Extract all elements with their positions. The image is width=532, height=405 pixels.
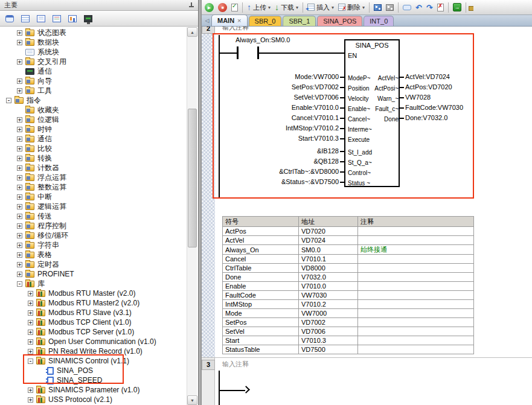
expand-toggle-icon[interactable] (28, 397, 33, 403)
tree-item[interactable]: Modbus RTU Master2 (v2.0) (0, 298, 186, 308)
symbol-table-row[interactable]: ActPos VD7020 (223, 227, 474, 236)
tree-item[interactable]: 表格 (0, 250, 186, 260)
ladder-canvas[interactable]: 2 输入注释 Always_On:SM0.0 SINA_POS EN ModeP… (202, 27, 532, 405)
expand-toggle-icon[interactable] (28, 387, 33, 393)
symbol-table-row[interactable]: Mode VW7000 (223, 309, 474, 318)
cursor-wire[interactable] (220, 390, 245, 391)
symbol-table-row[interactable]: FaultCode VW7030 (223, 291, 474, 300)
status-chart-view-button[interactable] (34, 13, 48, 25)
upload-dropdown-icon[interactable]: ▾ (268, 5, 271, 10)
expand-toggle-icon[interactable] (17, 146, 22, 151)
tree-item[interactable]: 指令 (0, 95, 186, 105)
expand-toggle-icon[interactable] (17, 88, 22, 94)
input-operand-row[interactable]: &Status~:&VD7500 (207, 177, 344, 187)
output-operand-row[interactable]: Done:V7032.0 (400, 113, 530, 123)
network2-number[interactable]: 2 (202, 27, 215, 34)
symbol-table-row[interactable]: IntMStop V7010.2 (223, 300, 474, 309)
expand-toggle-icon[interactable] (17, 262, 22, 267)
tab-close-icon[interactable]: × (237, 18, 241, 24)
tree-item[interactable]: 逻辑运算 (0, 202, 186, 211)
tree-item[interactable]: PN Read Write Record (v1.0) (0, 346, 186, 356)
tree-item[interactable]: USS Protocol (v2.1) (0, 395, 186, 404)
expand-toggle-icon[interactable] (17, 40, 22, 45)
expand-toggle-icon[interactable] (28, 301, 33, 306)
tab-sbr1[interactable]: SBR_1 (283, 16, 316, 26)
symbol-table-row[interactable]: SetVel VD7006 (223, 327, 474, 336)
tree-item[interactable]: 转换 (0, 153, 186, 163)
symbol-table-row[interactable]: StatusTable VD7500 (223, 345, 474, 354)
tab-main[interactable]: MAIN × (211, 14, 248, 26)
expand-toggle-icon[interactable] (28, 330, 33, 335)
redo-button[interactable]: ↷ (425, 2, 435, 13)
stop-button[interactable]: ■ (216, 2, 229, 13)
cross-reference-view-button[interactable] (66, 13, 79, 25)
expand-toggle-icon[interactable] (17, 233, 22, 238)
tree-item[interactable]: 数据块 (0, 37, 186, 47)
tree-item[interactable]: 传送 (0, 211, 186, 221)
upload-button[interactable]: ↑ 上传 ▾ (245, 2, 272, 13)
expand-toggle-icon[interactable] (28, 291, 33, 296)
output-operand-row[interactable]: VW7028 (400, 92, 530, 103)
comment-column-header[interactable]: 注释 (358, 217, 474, 227)
network3-comment[interactable]: 输入注释 (222, 360, 249, 369)
expand-toggle-icon[interactable] (17, 59, 22, 65)
tree-item[interactable]: 移位/循环 (0, 231, 186, 240)
tree-item[interactable]: Modbus RTU Master (v2.0) (0, 289, 186, 298)
expand-toggle-icon[interactable] (17, 281, 22, 287)
download-button[interactable]: ↓ 下载 ▾ (273, 2, 300, 13)
tree-item[interactable]: 时钟 (0, 124, 186, 134)
tree-item[interactable]: 通信 (0, 66, 186, 76)
expand-toggle-icon[interactable] (17, 136, 22, 142)
tree-item[interactable]: 通信 (0, 134, 186, 144)
expand-toggle-icon[interactable] (6, 98, 11, 103)
tree-item[interactable]: 交叉引用 (0, 57, 186, 66)
symbol-column-header[interactable]: 符号 (223, 217, 299, 227)
expand-toggle-icon[interactable] (28, 359, 33, 364)
tree-item[interactable]: 工具 (0, 86, 186, 95)
expand-toggle-icon[interactable] (17, 252, 22, 258)
expand-toggle-icon[interactable] (17, 185, 22, 190)
output-operand-row[interactable]: ActVel:VD7024 (400, 72, 530, 82)
insert-button[interactable]: ◂ 插入 ▾ (306, 2, 336, 13)
expand-toggle-icon[interactable] (17, 127, 22, 132)
run-button[interactable]: ▶ (203, 2, 216, 13)
pou-cascade-alt-button[interactable] (384, 3, 396, 12)
output-operand-row[interactable]: FaultCode:VW7030 (400, 103, 530, 113)
network2-comment-clipped[interactable]: 输入注释 (222, 27, 249, 31)
tree-scrollbar[interactable]: ▲ ▼ (187, 27, 197, 405)
tree-item[interactable]: 定时器 (0, 260, 186, 269)
expand-toggle-icon[interactable] (28, 320, 33, 325)
tree-item[interactable]: 库 (0, 279, 186, 289)
input-operand-row[interactable]: Mode:VW7000 (207, 72, 344, 82)
tree-item[interactable]: PROFINET (0, 269, 186, 279)
tree-item[interactable]: SINA_SPEED (0, 375, 186, 385)
tree-item[interactable]: 系统块 (0, 47, 186, 57)
expand-toggle-icon[interactable] (17, 78, 22, 84)
input-operand-row[interactable]: Start:V7010.3 (207, 133, 344, 144)
input-operand-row[interactable]: Enable:V7010.0 (207, 103, 344, 113)
scroll-up-icon[interactable]: ▲ (187, 27, 197, 37)
symbol-table-row[interactable]: Always_On SM0.0 始终接通 (223, 245, 474, 255)
symbol-table-row[interactable]: CtrlTable VD8000 (223, 264, 474, 273)
download-dropdown-icon[interactable]: ▾ (296, 5, 298, 10)
tree-item[interactable]: SINAMICS Parameter (v1.0) (0, 385, 186, 395)
symbol-table-row[interactable]: SetPos VD7002 (223, 318, 474, 327)
go-button[interactable]: → (451, 2, 463, 13)
program-block-view-button[interactable] (3, 13, 16, 25)
compile-button[interactable]: ✓ (229, 2, 240, 13)
expand-toggle-icon[interactable] (28, 349, 33, 354)
tab-sina-pos[interactable]: SINA_POS (317, 16, 362, 26)
expand-toggle-icon[interactable] (28, 310, 33, 316)
expand-toggle-icon[interactable] (17, 117, 22, 123)
delete-page-button[interactable]: ✗ (435, 2, 446, 13)
undo-button[interactable]: ↶ (414, 2, 424, 13)
tree-item[interactable]: 中断 (0, 192, 186, 202)
data-block-view-button[interactable] (50, 13, 63, 25)
expand-toggle-icon[interactable] (17, 214, 22, 219)
symbol-table-row[interactable]: ActVel VD7024 (223, 236, 474, 245)
tree-item[interactable]: SINAMICS Control (v1.1) (0, 356, 186, 366)
communication-view-button[interactable] (82, 13, 95, 25)
input-operand-row[interactable]: &QB128 (207, 156, 344, 167)
tab-scroll-left-icon[interactable]: ◁ (203, 18, 211, 24)
expand-toggle-icon[interactable] (17, 175, 22, 180)
